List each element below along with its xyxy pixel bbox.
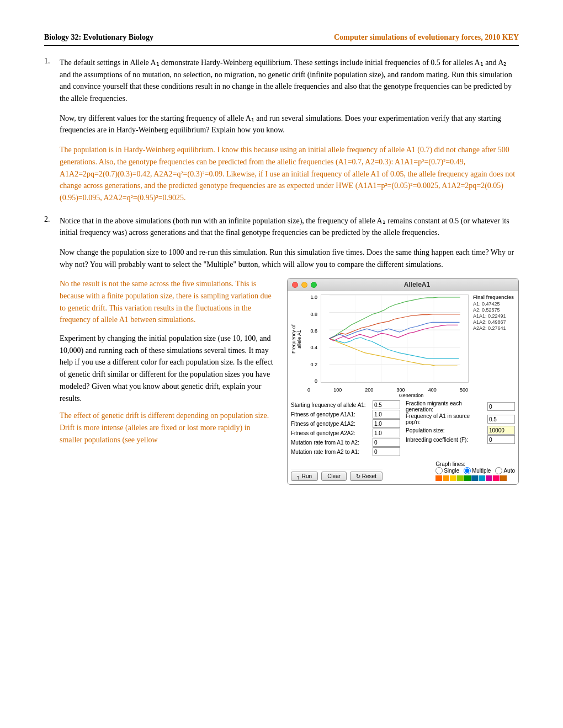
ctrl-start-freq-label: Starting frequency of allele A1: <box>291 402 370 408</box>
simulation-window: AlleleA1 Frequency ofallele A1 1.0 0.8 0… <box>287 278 519 485</box>
ctrl-fit-a1a2: Fitness of genotype A1A2: <box>291 419 400 428</box>
q1-number: 1. <box>44 57 55 105</box>
sim-buttons: ╮ Run Clear ↻ Reset <box>291 469 383 481</box>
sim-bottom: ╮ Run Clear ↻ Reset Graph lines: Single <box>291 459 515 481</box>
chart-area: Frequency ofallele A1 1.0 0.8 0.6 0.4 0.… <box>291 295 515 384</box>
sim-titlebar: AlleleA1 <box>288 279 518 291</box>
question-1-item: 1. The default settings in Allele A₁ dem… <box>44 57 519 105</box>
ctrl-mut-a2a1-label: Mutation rate from A2 to A1: <box>291 449 370 455</box>
question-1-block: 1. The default settings in Allele A₁ dem… <box>44 57 519 204</box>
ctrl-source-freq-label: Frequency of A1 in source pop'n: <box>406 413 485 425</box>
ctrl-fit-a2a2-label: Fitness of genotype A2A2: <box>291 430 370 436</box>
sim-controls: Starting frequency of allele A1: Fitness… <box>291 400 515 457</box>
q2-answer-left2: The effect of genetic drift is different… <box>60 410 274 446</box>
x-tick-100: 100 <box>333 387 342 393</box>
radio-row: Single Multiple Auto <box>435 467 515 474</box>
ctrl-fit-a2a2: Fitness of genotype A2A2: <box>291 429 400 437</box>
radio-auto-label: Auto <box>503 468 515 474</box>
color-1 <box>435 475 442 481</box>
radio-auto[interactable]: Auto <box>495 467 515 474</box>
x-tick-400: 400 <box>428 387 437 393</box>
ctrl-start-freq: Starting frequency of allele A1: <box>291 400 400 409</box>
ctrl-source-freq: Frequency of A1 in source pop'n: <box>406 413 515 425</box>
ctrl-mut-a1a2: Mutation rate from A1 to A2: <box>291 438 400 447</box>
legend-title: Final frequencies <box>473 295 515 300</box>
radio-multiple-label: Multiple <box>472 468 491 474</box>
run-button[interactable]: ╮ Run <box>291 472 318 481</box>
zoom-dot[interactable] <box>311 282 317 288</box>
question-2-block: 2. Notice that in the above simulations … <box>44 215 519 485</box>
radio-auto-input[interactable] <box>495 467 502 474</box>
color-7 <box>479 475 485 481</box>
y-tick-04: 0.4 <box>310 345 317 350</box>
q1-paragraph2: Now, try different values for the starti… <box>60 113 519 136</box>
sim-body: Frequency ofallele A1 1.0 0.8 0.6 0.4 0.… <box>288 291 518 484</box>
ctrl-fit-a1a2-label: Fitness of genotype A1A2: <box>291 421 370 427</box>
color-4 <box>457 475 464 481</box>
ctrl-fit-a1a1: Fitness of genotype A1A1: <box>291 410 400 419</box>
fit-a1a1-input[interactable] <box>373 410 400 419</box>
radio-multiple-input[interactable] <box>464 467 471 474</box>
ctrl-inbreeding-label: Inbreeding coefficient (F): <box>406 437 485 443</box>
mut-a1a2-input[interactable] <box>373 438 400 447</box>
fit-a2a2-input[interactable] <box>373 429 400 437</box>
q2-text: Notice that in the above simulations (bo… <box>60 215 519 239</box>
page-header: Biology 32: Evolutionary Biology Compute… <box>44 33 519 42</box>
legend-a1a1: A1A1: 0.22491 <box>473 313 515 319</box>
color-3 <box>450 475 456 481</box>
color-5 <box>464 475 471 481</box>
sim-window-col: AlleleA1 Frequency ofallele A1 1.0 0.8 0… <box>287 278 519 485</box>
q2-left-col: No the result is not the same across the… <box>60 278 274 485</box>
graph-lines-section: Graph lines: Single Multiple <box>435 461 515 481</box>
radio-single-label: Single <box>444 468 459 474</box>
ctrl-mut-a1a2-label: Mutation rate from A1 to A2: <box>291 440 370 446</box>
chart-svg <box>321 295 469 383</box>
y-tick-1: 1.0 <box>310 295 317 300</box>
legend-a2: A2: 0.52575 <box>473 307 515 313</box>
radio-multiple[interactable]: Multiple <box>464 467 491 474</box>
migrants-input[interactable] <box>487 402 515 411</box>
color-9 <box>493 475 500 481</box>
chart-container <box>321 295 469 384</box>
ctrl-migrants-label: Fraction migrants each generation: <box>406 400 485 413</box>
controls-right: Fraction migrants each generation: Frequ… <box>406 400 515 457</box>
close-dot[interactable] <box>292 282 298 288</box>
q2-text-left2: Experiment by changing the initial popul… <box>60 333 274 404</box>
popsize-input[interactable] <box>487 426 515 435</box>
ctrl-popsize: Population size: <box>406 426 515 435</box>
minimize-dot[interactable] <box>301 282 307 288</box>
inbreeding-input[interactable] <box>487 435 515 444</box>
reset-button[interactable]: ↻ Reset <box>350 472 383 481</box>
y-tick-0: 0 <box>315 378 317 384</box>
x-axis-ticks: 0 100 200 300 400 500 <box>291 387 515 393</box>
legend-a2a2: A2A2: 0.27641 <box>473 325 515 331</box>
fit-a1a2-input[interactable] <box>373 419 400 428</box>
x-axis-label: Generation <box>291 393 515 398</box>
ctrl-fit-a1a1-label: Fitness of genotype A1A1: <box>291 411 370 417</box>
ctrl-inbreeding: Inbreeding coefficient (F): <box>406 435 515 444</box>
y-tick-08: 0.8 <box>310 312 317 317</box>
q1-text: The default settings in Allele A₁ demons… <box>60 57 519 105</box>
q2-answer-left: No the result is not the same across the… <box>60 278 274 326</box>
course-title: Biology 32: Evolutionary Biology <box>44 33 153 42</box>
q2-paragraph2: Now change the population size to 1000 a… <box>60 247 519 270</box>
y-tick-02: 0.2 <box>310 362 317 367</box>
color-2 <box>443 475 449 481</box>
controls-left: Starting frequency of allele A1: Fitness… <box>291 400 400 457</box>
radio-single[interactable]: Single <box>435 467 459 474</box>
sim-title: AlleleA1 <box>320 281 514 288</box>
clear-button[interactable]: Clear <box>321 472 347 481</box>
color-6 <box>471 475 478 481</box>
radio-single-input[interactable] <box>435 467 443 474</box>
chart-legend: Final frequencies A1: 0.47425 A2: 0.5257… <box>471 295 515 384</box>
question-2-item: 2. Notice that in the above simulations … <box>44 215 519 239</box>
mut-a2a1-input[interactable] <box>373 447 400 456</box>
color-blocks <box>435 475 515 481</box>
document-title: Computer simulations of evolutionary for… <box>334 33 519 42</box>
graph-lines-label: Graph lines: <box>435 461 515 467</box>
start-freq-input[interactable] <box>373 400 400 409</box>
x-tick-300: 300 <box>397 387 405 393</box>
legend-a1: A1: 0.47425 <box>473 301 515 307</box>
x-tick-500: 500 <box>460 387 468 393</box>
source-freq-input[interactable] <box>487 415 515 424</box>
